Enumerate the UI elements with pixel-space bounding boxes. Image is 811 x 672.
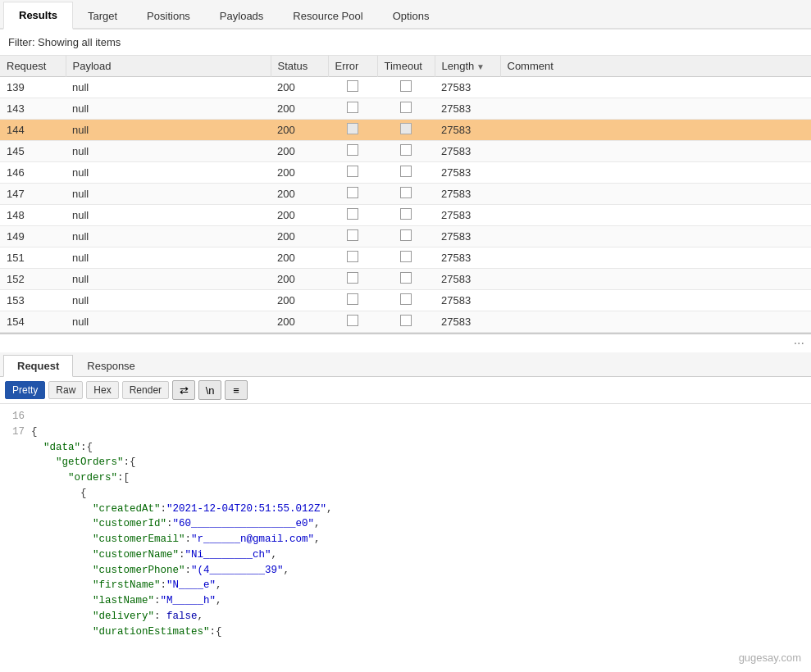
toolbar-raw-btn[interactable]: Raw [48, 381, 83, 399]
cell-payload: null [66, 290, 271, 311]
timeout-checkbox[interactable] [400, 187, 412, 198]
cell-request: 139 [0, 77, 66, 98]
filter-bar: Filter: Showing all items [0, 30, 811, 56]
cell-length: 27583 [435, 162, 500, 184]
col-header-length[interactable]: Length [435, 56, 500, 77]
timeout-checkbox[interactable] [400, 272, 412, 284]
timeout-checkbox[interactable] [400, 208, 412, 220]
error-checkbox[interactable] [347, 208, 358, 220]
error-checkbox[interactable] [347, 80, 358, 92]
cell-comment [500, 184, 811, 205]
tab-resource-pool[interactable]: Resource Pool [278, 2, 377, 30]
code-editor: 1617{ "data":{ "getOrders":{ "orders":[ … [0, 404, 811, 644]
cell-length: 27583 [435, 120, 500, 141]
table-row[interactable]: 146null20027583 [0, 162, 811, 184]
cell-timeout [377, 290, 435, 311]
toolbar-wrap-icon[interactable]: ⇄ [172, 380, 195, 400]
table-row[interactable]: 149null20027583 [0, 226, 811, 247]
cell-request: 153 [0, 290, 66, 311]
panel-tabs: Request Response [0, 352, 811, 377]
code-line: "durationEstimates":{ [8, 624, 803, 640]
cell-timeout [377, 141, 435, 162]
cell-timeout [377, 77, 435, 98]
cell-length: 27583 [435, 290, 500, 311]
error-checkbox[interactable] [347, 123, 358, 134]
results-table: Request Payload Status Error Timeout Len… [0, 56, 811, 333]
col-header-timeout[interactable]: Timeout [377, 56, 435, 77]
tab-target[interactable]: Target [73, 2, 132, 30]
table-row[interactable]: 144null20027583 [0, 120, 811, 141]
col-header-comment[interactable]: Comment [500, 56, 811, 77]
timeout-checkbox[interactable] [400, 144, 412, 156]
timeout-checkbox[interactable] [400, 102, 412, 113]
col-header-request[interactable]: Request [0, 56, 66, 77]
table-row[interactable]: 145null20027583 [0, 141, 811, 162]
cell-request: 148 [0, 205, 66, 226]
table-row[interactable]: 153null20027583 [0, 290, 811, 311]
cell-payload: null [66, 98, 271, 120]
cell-error [328, 141, 377, 162]
cell-length: 27583 [435, 269, 500, 290]
code-line: 17{ [8, 425, 803, 440]
cell-error [328, 162, 377, 184]
error-checkbox[interactable] [347, 272, 358, 284]
cell-payload: null [66, 269, 271, 290]
error-checkbox[interactable] [347, 293, 358, 305]
error-checkbox[interactable] [347, 166, 358, 177]
cell-payload: null [66, 205, 271, 226]
cell-comment [500, 226, 811, 247]
tab-payloads[interactable]: Payloads [205, 2, 278, 30]
table-row[interactable]: 143null20027583 [0, 98, 811, 120]
cell-request: 152 [0, 269, 66, 290]
timeout-checkbox[interactable] [400, 166, 412, 177]
timeout-checkbox[interactable] [400, 251, 412, 262]
timeout-checkbox[interactable] [400, 80, 412, 92]
table-row[interactable]: 154null20027583 [0, 311, 811, 333]
cell-error [328, 205, 377, 226]
cell-status: 200 [271, 98, 328, 120]
cell-request: 154 [0, 311, 66, 333]
tab-results[interactable]: Results [3, 2, 73, 30]
cell-payload: null [66, 141, 271, 162]
timeout-checkbox[interactable] [400, 293, 412, 305]
error-checkbox[interactable] [347, 102, 358, 113]
error-checkbox[interactable] [347, 251, 358, 262]
table-row[interactable]: 151null20027583 [0, 247, 811, 269]
panel-tab-response[interactable]: Response [73, 355, 149, 377]
code-line: "lastName":"M_____h", [8, 593, 803, 609]
tab-positions[interactable]: Positions [132, 2, 205, 30]
col-header-error[interactable]: Error [328, 56, 377, 77]
toolbar-menu-icon[interactable]: ≡ [225, 380, 248, 400]
code-line: "data":{ [8, 440, 803, 456]
panel-tab-request[interactable]: Request [3, 355, 73, 377]
cell-comment [500, 77, 811, 98]
table-row[interactable]: 148null20027583 [0, 205, 811, 226]
timeout-checkbox[interactable] [400, 315, 412, 326]
col-header-status[interactable]: Status [271, 56, 328, 77]
cell-request: 151 [0, 247, 66, 269]
error-checkbox[interactable] [347, 229, 358, 241]
error-checkbox[interactable] [347, 144, 358, 156]
cell-payload: null [66, 226, 271, 247]
cell-timeout [377, 162, 435, 184]
code-line: "createdAt":"2021-12-04T20:51:55.012Z", [8, 502, 803, 517]
table-row[interactable]: 139null20027583 [0, 77, 811, 98]
toolbar-hex-btn[interactable]: Hex [86, 381, 118, 399]
timeout-checkbox[interactable] [400, 229, 412, 241]
cell-status: 200 [271, 269, 328, 290]
error-checkbox[interactable] [347, 187, 358, 198]
code-line: 16 [8, 409, 803, 425]
toolbar-newline-icon[interactable]: \n [198, 380, 221, 400]
table-row[interactable]: 147null20027583 [0, 184, 811, 205]
cell-error [328, 120, 377, 141]
toolbar-render-btn[interactable]: Render [122, 381, 169, 399]
toolbar-pretty-btn[interactable]: Pretty [5, 381, 45, 399]
timeout-checkbox[interactable] [400, 123, 412, 134]
cell-comment [500, 120, 811, 141]
cell-length: 27583 [435, 77, 500, 98]
results-table-wrapper[interactable]: Request Payload Status Error Timeout Len… [0, 56, 811, 334]
table-row[interactable]: 152null20027583 [0, 269, 811, 290]
error-checkbox[interactable] [347, 315, 358, 326]
tab-options[interactable]: Options [378, 2, 444, 30]
col-header-payload[interactable]: Payload [66, 56, 271, 77]
